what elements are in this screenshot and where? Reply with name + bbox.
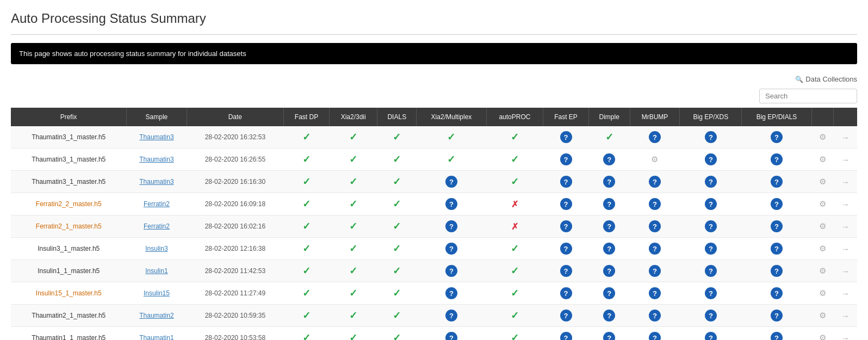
question-icon: ? xyxy=(649,265,661,277)
row-arrow-icon[interactable]: → xyxy=(841,222,850,231)
cell-arrow-action[interactable]: → xyxy=(834,238,857,260)
cell-arrow-action[interactable]: → xyxy=(834,282,857,305)
row-arrow-icon[interactable]: → xyxy=(841,311,850,320)
row-gear-icon[interactable]: ⚙ xyxy=(819,132,826,141)
cell-gear-action[interactable]: ⚙ xyxy=(811,305,834,327)
cell-gear-action[interactable]: ⚙ xyxy=(811,260,834,282)
page-title: Auto Processing Status Summary xyxy=(11,11,857,26)
row-gear-icon[interactable]: ⚙ xyxy=(819,311,826,320)
row-gear-icon[interactable]: ⚙ xyxy=(819,244,826,253)
row-gear-icon[interactable]: ⚙ xyxy=(819,333,826,340)
cell-dials: ✓ xyxy=(377,282,417,305)
cell-prefix: Insulin15_1_master.h5 xyxy=(11,282,126,305)
question-icon: ? xyxy=(771,198,783,210)
data-collections-link[interactable]: 🔍 Data Collections xyxy=(795,75,857,83)
row-arrow-icon[interactable]: → xyxy=(841,133,850,142)
cell-gear-action[interactable]: ⚙ xyxy=(811,282,834,305)
cell-gear-action[interactable]: ⚙ xyxy=(811,238,834,260)
row-gear-icon[interactable]: ⚙ xyxy=(819,199,826,208)
sample-link[interactable]: Thaumatin1 xyxy=(139,334,173,340)
check-icon: ✓ xyxy=(393,332,401,340)
cell-dimple: ? xyxy=(588,171,630,193)
cell-fastdp: ✓ xyxy=(283,305,329,327)
question-icon: ? xyxy=(445,198,457,210)
cell-mrbump: ? xyxy=(630,305,680,327)
check-icon: ✓ xyxy=(302,288,311,299)
row-arrow-icon[interactable]: → xyxy=(841,177,850,187)
row-arrow-icon[interactable]: → xyxy=(841,155,850,164)
check-icon: ✓ xyxy=(511,243,519,254)
sample-link[interactable]: Insulin1 xyxy=(145,267,168,275)
cell-arrow-action[interactable]: → xyxy=(834,260,857,282)
cell-gear-action[interactable]: ⚙ xyxy=(811,327,834,341)
check-icon: ✓ xyxy=(349,332,357,340)
question-icon: ? xyxy=(603,310,615,322)
sample-link[interactable]: Thaumatin2 xyxy=(139,312,173,319)
row-arrow-icon[interactable]: → xyxy=(841,244,850,254)
row-arrow-icon[interactable]: → xyxy=(841,333,850,341)
cell-gear-action[interactable]: ⚙ xyxy=(811,171,834,193)
cell-dimple: ? xyxy=(588,327,630,341)
cell-xia2multiplex: ? xyxy=(417,327,486,341)
page-container: Auto Processing Status Summary This page… xyxy=(0,0,868,340)
cell-sample: Insulin15 xyxy=(126,282,187,305)
cell-dimple: ? xyxy=(588,149,630,171)
row-gear-icon[interactable]: ⚙ xyxy=(819,288,826,298)
cell-dimple: ? xyxy=(588,282,630,305)
cell-fastep: ? xyxy=(543,171,588,193)
cell-sample: Ferratin2 xyxy=(126,193,187,215)
col-fastep: Fast EP xyxy=(543,108,588,126)
check-icon: ✓ xyxy=(349,221,357,232)
sample-link[interactable]: Thaumatin3 xyxy=(139,156,173,163)
row-arrow-icon[interactable]: → xyxy=(841,267,850,276)
row-arrow-icon[interactable]: → xyxy=(841,289,850,298)
check-icon: ✓ xyxy=(302,265,311,276)
cell-mrbump: ? xyxy=(630,171,680,193)
cell-gear-action[interactable]: ⚙ xyxy=(811,126,834,149)
cell-arrow-action[interactable]: → xyxy=(834,215,857,238)
cell-fastep: ? xyxy=(543,215,588,238)
cell-dimple: ? xyxy=(588,305,630,327)
cell-prefix: Ferratin2_2_master.h5 xyxy=(11,193,126,215)
cell-gear-action[interactable]: ⚙ xyxy=(811,215,834,238)
cell-fastdp: ✓ xyxy=(283,149,329,171)
question-icon: ? xyxy=(445,265,457,277)
status-table: Prefix Sample Date Fast DP Xia2/3dii DIA… xyxy=(11,108,857,340)
sample-link[interactable]: Insulin3 xyxy=(145,245,168,252)
row-gear-icon[interactable]: ⚙ xyxy=(819,177,826,186)
cell-arrow-action[interactable]: → xyxy=(834,171,857,193)
cell-xia2multiplex: ? xyxy=(417,305,486,327)
sample-link[interactable]: Ferratin2 xyxy=(144,200,170,208)
cell-arrow-action[interactable]: → xyxy=(834,149,857,171)
sample-link[interactable]: Ferratin2 xyxy=(144,222,170,230)
question-icon: ? xyxy=(649,176,661,188)
cell-mrbump: ? xyxy=(630,238,680,260)
cell-mrbump: ? xyxy=(630,327,680,341)
cell-xia23dii: ✓ xyxy=(330,238,377,260)
cell-arrow-action[interactable]: → xyxy=(834,327,857,341)
cell-bigepxds: ? xyxy=(680,126,742,149)
cell-arrow-action[interactable]: → xyxy=(834,305,857,327)
row-gear-icon[interactable]: ⚙ xyxy=(819,221,826,231)
cell-gear-action[interactable]: ⚙ xyxy=(811,149,834,171)
cell-xia23dii: ✓ xyxy=(330,149,377,171)
cell-gear-action[interactable]: ⚙ xyxy=(811,193,834,215)
sample-link[interactable]: Thaumatin3 xyxy=(139,178,173,186)
check-icon: ✓ xyxy=(302,132,311,143)
cell-xia2multiplex: ? xyxy=(417,238,486,260)
cell-arrow-action[interactable]: → xyxy=(834,193,857,215)
sample-link[interactable]: Insulin15 xyxy=(144,289,170,297)
check-icon: ✓ xyxy=(302,176,311,187)
cell-dimple: ? xyxy=(588,260,630,282)
row-arrow-icon[interactable]: → xyxy=(841,200,850,209)
question-icon: ? xyxy=(649,332,661,340)
check-icon: ✓ xyxy=(393,221,401,232)
search-input[interactable] xyxy=(759,89,857,103)
cell-arrow-action[interactable]: → xyxy=(834,126,857,149)
row-gear-icon[interactable]: ⚙ xyxy=(819,266,826,275)
row-gear-icon[interactable]: ⚙ xyxy=(819,154,826,164)
check-icon: ✓ xyxy=(393,265,401,276)
question-icon: ? xyxy=(445,287,457,299)
sample-link[interactable]: Thaumatin3 xyxy=(139,133,173,141)
check-icon: ✓ xyxy=(511,132,519,143)
